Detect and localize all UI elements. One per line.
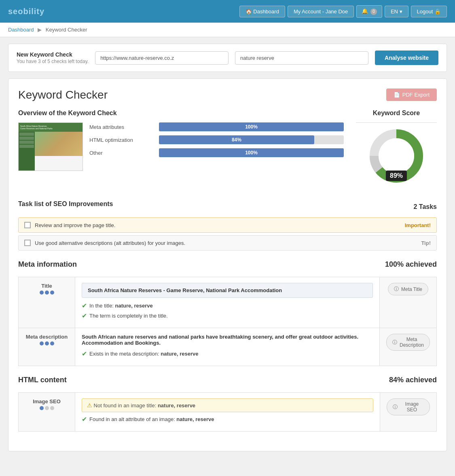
check-item-1: ✔ In the title: nature, reserve — [82, 302, 373, 310]
dot-3 — [50, 291, 54, 295]
bar-row-meta: Meta attributes 100% — [89, 122, 344, 131]
bar-container-other: 100% — [159, 148, 344, 157]
meta-info-header: Meta information 100% achieved — [18, 260, 437, 272]
check-title: New Keyword Check — [17, 51, 89, 58]
dot-4 — [40, 341, 44, 345]
row-content-title: South Africa Nature Reserves - Game Rese… — [75, 277, 380, 328]
notification-count: 0 — [370, 8, 377, 15]
pdf-export-button[interactable]: 📄 PDF Export — [386, 88, 437, 101]
task-checkbox-1[interactable] — [24, 240, 31, 246]
meta-info-table: Title South Africa Nature Reserves - Gam… — [18, 277, 437, 366]
html-content-title: HTML content — [18, 376, 67, 384]
keyword-input[interactable] — [235, 51, 368, 65]
keyword-check-bar: New Keyword Check You have 3 of 5 checks… — [8, 44, 447, 72]
info-icon-meta-desc: ⓘ — [392, 339, 397, 346]
bar-label-meta: Meta attributes — [89, 124, 154, 130]
dot-1 — [40, 291, 44, 295]
meta-title-btn[interactable]: ⓘ Meta Title — [388, 283, 428, 295]
table-row-meta-desc: Meta description South African nature re… — [19, 328, 437, 366]
html-content-header: HTML content 84% achieved — [18, 376, 437, 388]
row-action-title: ⓘ Meta Title — [379, 277, 436, 328]
task-item-0: Review and improve the page title. Impor… — [18, 217, 437, 233]
task-header: Task list of SEO Improvements 2 Tasks — [18, 200, 437, 213]
check-icon-4: ✔ — [82, 415, 87, 423]
my-account-button[interactable]: My Account - Jane Doe — [288, 6, 354, 17]
overview-title: Overview of the Keyword Check — [18, 110, 344, 117]
bar-fill-meta: 100% — [159, 122, 344, 131]
check-item-3: ✔ Exists in the meta description: nature… — [82, 350, 373, 358]
check-item-4: ✔ Found in an alt attribute of an image:… — [82, 415, 373, 423]
bar-fill-html: 84% — [159, 135, 314, 144]
svg-point-3 — [379, 138, 414, 174]
notifications-button[interactable]: 🔔 0 — [356, 5, 382, 18]
check-icon-1: ✔ — [82, 302, 87, 310]
check-label: New Keyword Check You have 3 of 5 checks… — [17, 51, 89, 64]
check-subtitle: You have 3 of 5 checks left today. — [17, 59, 89, 64]
table-row-title: Title South Africa Nature Reserves - Gam… — [19, 277, 437, 328]
overview-section: Overview of the Keyword Check South Afri… — [18, 110, 437, 188]
image-seo-btn[interactable]: ⓘ Image SEO — [387, 398, 430, 415]
header: seobility 🏠 Dashboard My Account - Jane … — [0, 0, 455, 23]
info-icon-title: ⓘ — [394, 286, 399, 293]
keyword-score-section: Keyword Score 89% — [356, 110, 437, 188]
row-action-image-seo: ⓘ Image SEO — [380, 393, 437, 432]
html-content-section: HTML content 84% achieved Image SEO ⚠ No… — [18, 376, 437, 432]
bar-container-meta: 100% — [159, 122, 344, 131]
dashboard-button[interactable]: 🏠 Dashboard — [239, 6, 285, 17]
row-content-image-seo: ⚠ Not found in an image title: nature, r… — [75, 393, 380, 432]
task-label-1: Use good alternative descriptions (alt a… — [35, 240, 185, 246]
page-title: Keyword Checker — [18, 88, 108, 101]
dot-9 — [50, 406, 54, 410]
bar-label-html: HTML optimization — [89, 137, 154, 143]
task-left-1: Use good alternative descriptions (alt a… — [24, 240, 185, 246]
task-checkbox-0[interactable] — [24, 222, 31, 228]
dot-6 — [50, 341, 54, 345]
score-badge: 89% — [386, 171, 407, 181]
info-icon-image-seo: ⓘ — [393, 404, 398, 411]
task-badge-1: Tip! — [421, 240, 431, 246]
dot-8 — [45, 406, 49, 410]
language-button[interactable]: EN ▾ — [385, 6, 408, 17]
analyse-button[interactable]: Analyse website — [375, 51, 438, 65]
table-row-image-seo: Image SEO ⚠ Not found in an image title:… — [19, 393, 437, 432]
check-item-2: ✔ The term is completely in the title. — [82, 312, 373, 320]
bar-label-other: Other — [89, 150, 154, 156]
breadcrumb-home[interactable]: Dashboard — [8, 27, 34, 33]
nav-buttons: 🏠 Dashboard My Account - Jane Doe 🔔 0 EN… — [239, 5, 447, 18]
bar-row-html: HTML optimization 84% — [89, 135, 344, 144]
breadcrumb: Dashboard ▶ Keyword Checker — [0, 23, 455, 37]
row-label-meta-desc: Meta description — [19, 328, 75, 366]
check-icon-2: ✔ — [82, 312, 87, 320]
breadcrumb-separator: ▶ — [38, 27, 42, 33]
html-content-table: Image SEO ⚠ Not found in an image title:… — [18, 392, 437, 432]
row-label-image-seo: Image SEO — [19, 393, 75, 432]
task-section: Task list of SEO Improvements 2 Tasks Re… — [18, 200, 437, 251]
page-title-row: Keyword Checker 📄 PDF Export — [18, 88, 437, 101]
title-box: South Africa Nature Reserves - Game Rese… — [82, 283, 373, 298]
desc-box: South African nature reserves and nation… — [82, 334, 373, 346]
dot-5 — [45, 341, 49, 345]
meta-info-title: Meta information — [18, 260, 77, 269]
main-content: Keyword Checker 📄 PDF Export Overview of… — [8, 78, 447, 451]
row-content-meta-desc: South African nature reserves and nation… — [75, 328, 380, 366]
warning-icon: ⚠ — [87, 402, 92, 409]
bar-container-html: 84% — [159, 135, 344, 144]
bar-fill-other: 100% — [159, 148, 344, 157]
overview-left: Overview of the Keyword Check South Afri… — [18, 110, 344, 188]
dot-2 — [45, 291, 49, 295]
overview-inner: South Africa Nature ReservesGame Reserve… — [18, 122, 344, 171]
donut-chart: 89% — [368, 128, 425, 184]
bar-row-other: Other 100% — [89, 148, 344, 157]
meta-info-score: 100% achieved — [385, 260, 437, 269]
keyword-score-title: Keyword Score — [356, 110, 437, 117]
check-icon-3: ✔ — [82, 350, 87, 358]
url-input[interactable] — [95, 51, 229, 65]
task-item-1: Use good alternative descriptions (alt a… — [18, 235, 437, 251]
logout-button[interactable]: Logout 🔒 — [411, 6, 447, 17]
task-count: 2 Tasks — [413, 203, 437, 211]
task-left-0: Review and improve the page title. — [24, 222, 115, 228]
dot-7 — [40, 406, 44, 410]
html-content-score: 84% achieved — [389, 376, 437, 384]
meta-description-btn[interactable]: ⓘ Meta Description — [386, 334, 430, 351]
bars-section: Meta attributes 100% HTML optimization 8… — [89, 122, 344, 171]
